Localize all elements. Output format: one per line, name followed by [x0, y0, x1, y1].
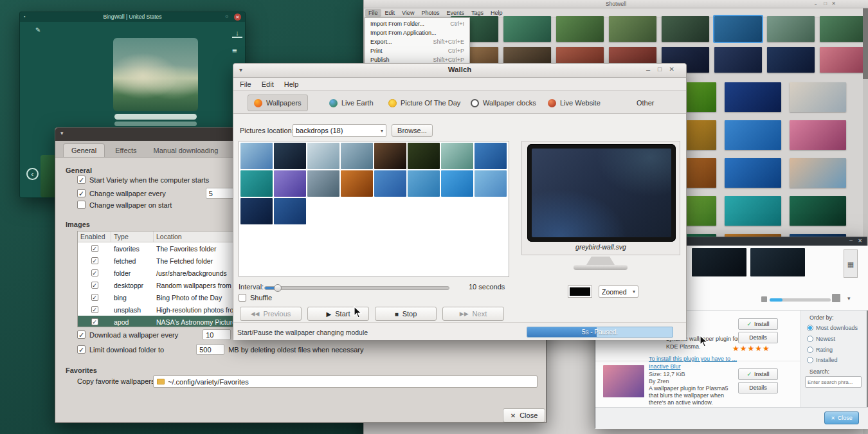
- order-option-most-downloads[interactable]: Most downloads: [807, 325, 858, 331]
- radio-icon[interactable]: [807, 347, 813, 353]
- checkbox-checked-icon[interactable]: ✓: [77, 176, 86, 184]
- background-color-swatch[interactable]: [568, 285, 592, 298]
- thumbnail[interactable]: [307, 170, 339, 197]
- tab-wallpapers[interactable]: Wallpapers: [248, 95, 308, 111]
- thumbnail[interactable]: [374, 170, 406, 197]
- menu-photos[interactable]: Photos: [418, 9, 442, 17]
- install-button[interactable]: ✓ Install: [738, 318, 778, 330]
- previous-wallpaper-button[interactable]: ‹: [26, 168, 39, 180]
- thumbnail[interactable]: [725, 196, 781, 226]
- checkbox-checked-icon[interactable]: ✓: [77, 189, 86, 197]
- zoom-out-icon[interactable]: [761, 296, 767, 302]
- menu-file[interactable]: File: [365, 9, 381, 17]
- thumbnail[interactable]: [790, 82, 846, 112]
- menu-item-print[interactable]: Print Ctrl+P: [365, 46, 469, 55]
- thumbnail[interactable]: [475, 143, 507, 169]
- radio-icon[interactable]: [807, 336, 813, 342]
- col-enabled[interactable]: Enabled: [78, 231, 111, 242]
- thumbnail[interactable]: [790, 120, 846, 150]
- thumbnail[interactable]: [662, 16, 709, 42]
- radio-icon[interactable]: [807, 357, 813, 363]
- thumbnail[interactable]: [441, 143, 473, 169]
- minimize-icon[interactable]: –: [646, 66, 650, 73]
- edit-icon[interactable]: ✎: [35, 26, 41, 33]
- fit-mode-select[interactable]: Zoomed ▾: [599, 285, 638, 298]
- checkbox-checked-icon[interactable]: ✓: [91, 269, 98, 276]
- close-icon[interactable]: ✕: [669, 66, 674, 73]
- thumbnail[interactable]: [374, 143, 406, 169]
- checkbox-unchecked-icon[interactable]: [239, 294, 246, 302]
- thumbnail[interactable]: [820, 16, 867, 42]
- tab-general[interactable]: General: [63, 143, 105, 157]
- search-input[interactable]: [805, 376, 862, 388]
- menu-edit[interactable]: Edit: [262, 80, 274, 88]
- rating-stars[interactable]: ★★★★★: [732, 344, 770, 353]
- menu-tags[interactable]: Tags: [468, 9, 487, 17]
- thumbnail[interactable]: [692, 248, 746, 276]
- install-button[interactable]: ✓ Install: [738, 368, 778, 380]
- checkbox-checked-icon[interactable]: ✓: [91, 245, 98, 252]
- bingwall-minimize-icon[interactable]: ○: [225, 14, 228, 19]
- kns-minimize-icon[interactable]: –: [849, 237, 853, 244]
- filter-icon[interactable]: ≡: [232, 46, 237, 55]
- checkbox-checked-icon[interactable]: ✓: [91, 318, 98, 325]
- thumbnail[interactable]: [725, 158, 781, 188]
- order-option-newest[interactable]: Newest: [807, 336, 835, 342]
- thumbnail[interactable]: [603, 365, 644, 397]
- thumbnail[interactable]: [341, 143, 373, 169]
- menu-item-import-folder[interactable]: Import From Folder... Ctrl+I: [365, 19, 469, 28]
- thumbnail[interactable]: [240, 198, 273, 224]
- menu-help[interactable]: Help: [487, 9, 506, 17]
- thumbnail[interactable]: [441, 170, 473, 197]
- thumbnail[interactable]: [240, 143, 273, 169]
- checkbox-unchecked-icon[interactable]: [77, 201, 86, 209]
- stop-button[interactable]: ■ Stop: [375, 307, 437, 321]
- thumbnail[interactable]: [341, 170, 373, 197]
- limit-download-folder-row[interactable]: ✓ Limit download folder to MB by deletin…: [77, 344, 364, 355]
- thumbnail[interactable]: [725, 120, 781, 150]
- plugin-entry[interactable]: Inactive Blur Size: 12,7 KiB By Zren A w…: [595, 361, 801, 407]
- checkbox-checked-icon[interactable]: ✓: [77, 345, 86, 354]
- thumbnail[interactable]: [556, 16, 604, 42]
- zoom-slider[interactable]: [770, 298, 831, 302]
- zoom-in-icon[interactable]: [832, 294, 840, 302]
- menu-view[interactable]: View: [399, 9, 417, 17]
- thumbnail[interactable]: [767, 16, 815, 42]
- details-button[interactable]: Details: [738, 382, 778, 393]
- menu-item-export[interactable]: Export... Shift+Ctrl+E: [365, 37, 469, 46]
- change-interval-input[interactable]: [206, 188, 234, 199]
- order-option-rating[interactable]: Rating: [807, 347, 833, 353]
- details-button[interactable]: Details: [738, 332, 778, 343]
- col-type[interactable]: Type: [111, 231, 154, 242]
- shotwell-maximize-icon[interactable]: □: [824, 1, 827, 6]
- change-on-start-checkbox-row[interactable]: Change wallpaper on start: [77, 201, 172, 209]
- wallpaper-list-panel[interactable]: [239, 141, 509, 277]
- radio-icon[interactable]: [807, 325, 813, 331]
- plugin-name-link[interactable]: Inactive Blur: [649, 363, 681, 370]
- thumbnail[interactable]: [750, 248, 805, 276]
- menu-help[interactable]: Help: [284, 80, 299, 88]
- checkbox-checked-icon[interactable]: ✓: [91, 294, 98, 301]
- close-button[interactable]: ✕ Close: [824, 411, 859, 424]
- scrollbar-thumb[interactable]: [863, 8, 868, 79]
- window-menu-icon[interactable]: ▾: [60, 130, 64, 136]
- tab-live-website[interactable]: Live Website: [542, 95, 606, 111]
- start-variety-checkbox-row[interactable]: ✓ Start Variety when the computer starts: [77, 176, 209, 184]
- maximize-icon[interactable]: □: [658, 66, 662, 73]
- thumbnail[interactable]: [714, 16, 762, 42]
- interval-slider[interactable]: [264, 286, 449, 290]
- thumbnail[interactable]: [609, 16, 656, 42]
- kns-preview-thumbnail[interactable]: [692, 248, 805, 276]
- thumbnail[interactable]: [274, 198, 306, 224]
- menu-file[interactable]: File: [240, 80, 251, 88]
- next-button[interactable]: ▶▶ Next: [442, 307, 504, 321]
- tab-live-earth[interactable]: Live Earth: [323, 95, 379, 111]
- thumbnail[interactable]: [503, 16, 551, 42]
- menu-edit[interactable]: Edit: [382, 9, 399, 17]
- tab-other[interactable]: Other: [631, 95, 660, 111]
- browse-button[interactable]: Browse...: [392, 124, 433, 137]
- thumbnail[interactable]: [767, 47, 815, 73]
- previous-button[interactable]: ◀◀ Previous: [240, 307, 302, 321]
- menu-events[interactable]: Events: [443, 9, 467, 17]
- view-mode-button[interactable]: ▦: [844, 249, 858, 278]
